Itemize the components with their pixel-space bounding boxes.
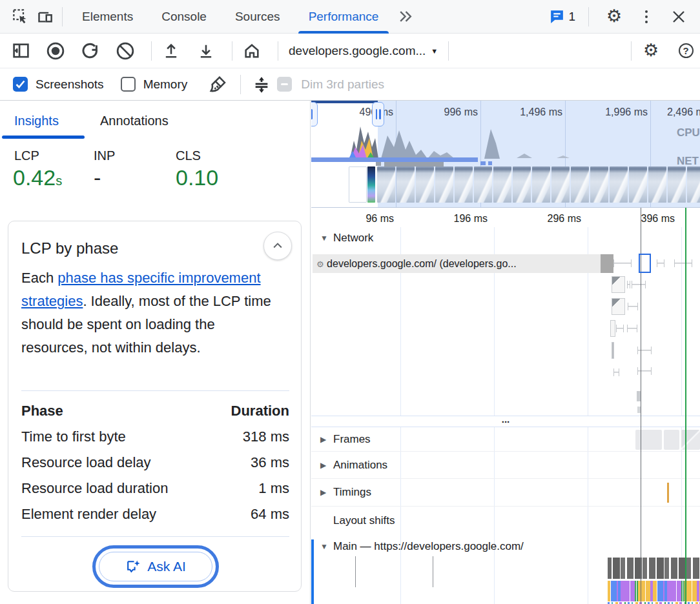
inp-value: - <box>94 165 101 190</box>
customize-menu-button[interactable] <box>634 5 659 29</box>
card-title: LCP by phase <box>21 239 118 257</box>
net-track-label: NET <box>677 155 699 168</box>
timeline-main-view[interactable]: 96 ms 196 ms 296 ms 396 ms ▼ Network ⚙︎ … <box>311 208 700 604</box>
network-request-bar[interactable] <box>612 298 625 315</box>
frame-block[interactable] <box>664 430 679 450</box>
timings-label: Timings <box>333 486 371 499</box>
selection-window-top-bar <box>311 101 378 103</box>
triangle-right-icon[interactable]: ▶ <box>320 435 326 444</box>
dim-3rd-parties-checkbox[interactable] <box>277 77 292 92</box>
issues-button[interactable]: 1 <box>549 8 575 25</box>
record-and-reload-button[interactable] <box>76 37 105 65</box>
screenshots-checkbox[interactable] <box>13 77 28 92</box>
network-request-bar[interactable] <box>612 276 625 293</box>
cls-label: CLS <box>176 148 201 163</box>
screenshot-thumb <box>349 166 367 203</box>
request-endcap <box>601 254 613 273</box>
overview-time-label: 2,496 ms <box>667 106 700 118</box>
cpu-track-label: CPU <box>677 126 700 139</box>
selected-event-outline[interactable] <box>639 254 651 273</box>
card-description: Each phase has specific improvement stra… <box>21 267 280 359</box>
gear-icon: ⚙︎ <box>606 8 622 25</box>
home-button[interactable] <box>238 37 266 65</box>
triangle-right-icon[interactable]: ▶ <box>320 488 326 497</box>
flame-tick <box>355 556 356 587</box>
layout-shifts-label: Layout shifts <box>333 514 395 527</box>
ask-ai-button[interactable]: Ask AI <box>92 545 219 588</box>
frames-track[interactable]: ▶ Frames <box>311 428 700 452</box>
frame-block[interactable] <box>681 430 700 450</box>
inp-label: INP <box>94 148 115 163</box>
request-whisker <box>628 303 638 310</box>
memory-checkbox[interactable] <box>121 77 136 92</box>
layout-shifts-track[interactable]: Layout shifts <box>311 507 700 536</box>
memory-label: Memory <box>143 77 188 92</box>
collapse-card-button[interactable] <box>263 232 292 260</box>
collect-garbage-button[interactable] <box>204 70 232 99</box>
request-whisker <box>627 325 637 332</box>
screenshot-thumb <box>493 166 511 203</box>
animations-track[interactable]: ▶ Animations <box>311 452 700 479</box>
active-tab-underline <box>2 136 85 139</box>
divider <box>278 41 278 61</box>
triangle-right-icon[interactable]: ▶ <box>320 461 326 470</box>
help-button[interactable]: ? <box>672 37 700 65</box>
device-toolbar-button[interactable] <box>32 5 57 29</box>
triangle-down-icon[interactable]: ▼ <box>320 234 328 243</box>
screenshot-thumb <box>629 166 647 203</box>
toggle-sidebar-button[interactable] <box>6 37 35 65</box>
divider <box>151 41 152 61</box>
home-icon <box>243 42 261 60</box>
network-request-main-document[interactable]: ⚙︎ developers.google.com/ (developers.go… <box>313 254 613 273</box>
network-request-bar[interactable] <box>612 342 614 359</box>
screenshot-thumb <box>367 166 375 203</box>
block-icon <box>116 41 135 61</box>
lcp-label: LCP <box>14 148 39 163</box>
screenshot-thumb <box>610 166 628 203</box>
animations-label: Animations <box>333 459 387 472</box>
record-icon <box>46 41 65 61</box>
inspect-element-button[interactable] <box>8 5 32 29</box>
divider <box>62 7 63 26</box>
network-throttle-button[interactable] <box>247 70 276 99</box>
network-resize-handle[interactable]: ... <box>311 416 700 427</box>
capture-settings-button[interactable]: ⚙︎ <box>637 37 665 65</box>
more-tabs-button[interactable] <box>393 5 417 29</box>
device-toolbar-icon <box>36 8 54 25</box>
tab-insights[interactable]: Insights <box>14 114 59 128</box>
tab-annotations[interactable]: Annotations <box>100 114 169 128</box>
screenshot-thumb <box>377 166 395 203</box>
tab-sources[interactable]: Sources <box>221 0 294 34</box>
record-button[interactable] <box>41 37 70 65</box>
request-whisker <box>674 259 692 267</box>
timeline-overview[interactable]: 496 ms 996 ms 1,496 ms 1,996 ms 2,496 ms… <box>311 101 700 208</box>
main-track-accent-bar <box>311 539 314 604</box>
frame-block[interactable] <box>635 430 662 450</box>
collapse-arrows-icon <box>252 76 271 94</box>
timings-track[interactable]: ▶ Timings <box>311 479 700 507</box>
check-icon <box>15 80 25 88</box>
tab-elements[interactable]: Elements <box>68 0 147 34</box>
clear-recording-button[interactable] <box>111 37 139 65</box>
tab-console[interactable]: Console <box>147 0 221 34</box>
request-whisker <box>637 347 652 354</box>
history-dropdown[interactable]: developers.google.com... ▼ <box>289 44 438 58</box>
upload-icon <box>162 42 180 60</box>
triangle-down-icon[interactable]: ▼ <box>320 542 328 551</box>
overview-time-label: 996 ms <box>444 106 478 118</box>
divider <box>631 41 632 61</box>
timing-marker[interactable] <box>667 483 669 503</box>
inspect-cursor-icon <box>12 8 29 25</box>
tab-performance[interactable]: Performance <box>294 0 393 34</box>
network-request-bar[interactable] <box>610 320 615 337</box>
divider <box>240 75 241 94</box>
close-devtools-button[interactable] <box>666 5 691 29</box>
selection-right-handle[interactable] <box>372 102 384 126</box>
screenshots-label: Screenshots <box>36 77 104 92</box>
download-profile-button[interactable] <box>192 37 220 65</box>
selection-left-handle[interactable] <box>311 102 318 126</box>
upload-profile-button[interactable] <box>157 37 185 65</box>
download-icon <box>197 42 215 60</box>
settings-button[interactable]: ⚙︎ <box>602 5 626 29</box>
table-row: Resource load delay36 ms <box>21 450 289 476</box>
